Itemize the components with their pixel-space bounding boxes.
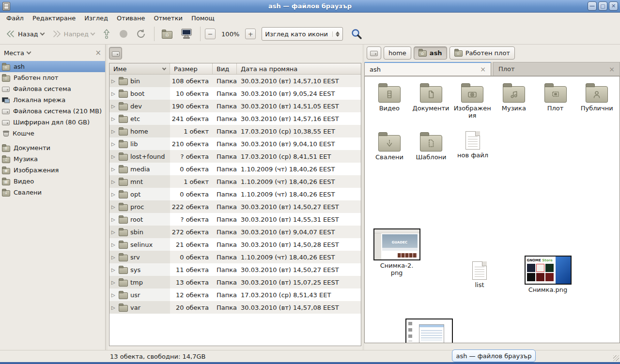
menu-help[interactable]: Помощ xyxy=(187,14,219,23)
column-header-type[interactable]: Вид xyxy=(213,63,237,74)
expander-icon[interactable]: ▷ xyxy=(111,242,116,247)
table-row[interactable]: ▷ lib 210 обекта Папка 30.03.2010 (вт) 9… xyxy=(109,137,361,150)
expander-icon[interactable]: ▷ xyxy=(111,292,116,298)
folder-video[interactable]: Видео xyxy=(369,82,410,120)
sidebar-item-music[interactable]: ♫ Музика xyxy=(0,153,105,165)
expander-icon[interactable]: ▷ xyxy=(111,179,116,184)
expander-icon[interactable]: ▷ xyxy=(111,91,116,96)
table-row[interactable]: ▷ mnt 1 обект Папка 1.10.2009 (чт) 18,40… xyxy=(109,175,361,188)
sidebar-item-pictures[interactable]: ◉ Изображения xyxy=(0,165,105,176)
expander-icon[interactable]: ▷ xyxy=(111,204,116,210)
resize-grip[interactable] xyxy=(613,355,619,361)
folder-public[interactable]: Публични xyxy=(576,82,618,120)
menu-edit[interactable]: Редактиране xyxy=(28,14,80,23)
sidebar-item-documents[interactable]: 🗎 Документи xyxy=(0,142,105,153)
folder-desktop[interactable]: Плот xyxy=(535,82,576,120)
expander-icon[interactable]: ▷ xyxy=(111,267,116,273)
tab-close-icon[interactable]: × xyxy=(480,65,486,73)
folder-documents[interactable]: Документи xyxy=(410,82,452,120)
zoom-out-button[interactable]: − xyxy=(205,29,216,39)
file-list[interactable]: list xyxy=(465,261,494,289)
table-row[interactable]: ▷ media 0 обекта Папка 1.10.2009 (чт) 18… xyxy=(109,163,361,175)
menu-go[interactable]: Отиване xyxy=(112,14,149,23)
view-mode-select[interactable]: Изглед като икони xyxy=(262,27,343,41)
expander-icon[interactable]: ▷ xyxy=(111,217,116,222)
sidebar-item-video[interactable]: ▦ Видео xyxy=(0,176,105,187)
up-button[interactable] xyxy=(99,27,114,41)
back-button[interactable]: Назад xyxy=(3,28,47,40)
expander-icon[interactable]: ▷ xyxy=(111,255,116,260)
sidebar-chevron-icon[interactable] xyxy=(26,50,31,55)
sidebar-item-filesystem-210mb[interactable]: Файлова система (210 MB) xyxy=(0,106,105,117)
table-row[interactable]: ▷ bin 108 обекта Папка 30.03.2010 (вт) 1… xyxy=(109,75,361,87)
sidebar-title[interactable]: Места xyxy=(4,49,24,57)
column-header-size[interactable]: Размер xyxy=(170,63,213,74)
file-snimka-2[interactable]: GUADEC Снимка-2.png xyxy=(372,228,421,277)
table-row[interactable]: ▷ boot 10 обекта Папка 30.03.2010 (вт) 9… xyxy=(109,87,361,100)
table-row[interactable]: ▷ etc 241 обекта Папка 30.03.2010 (вт) 1… xyxy=(109,112,361,125)
column-header-date[interactable]: Дата на промяна xyxy=(237,63,361,74)
computer-button[interactable] xyxy=(177,26,196,42)
folder-pictures[interactable]: Изображения xyxy=(451,82,493,120)
zoom-in-button[interactable]: + xyxy=(245,29,256,39)
maximize-button[interactable]: ▢ xyxy=(598,1,607,11)
file-snimka[interactable]: GNOME Store Снимка.png xyxy=(523,256,573,294)
home-button[interactable]: ⌂ xyxy=(159,28,175,41)
table-row[interactable]: ▷ sbin 272 обекта Папка 30.03.2010 (вт) … xyxy=(109,226,361,238)
table-row[interactable]: ▷ proc 222 обекта Папка 30.03.2010 (вт) … xyxy=(109,200,361,213)
expander-icon[interactable]: ▷ xyxy=(111,305,116,310)
search-button[interactable] xyxy=(348,26,365,42)
forward-dropdown-icon[interactable] xyxy=(91,31,95,36)
path-home-button[interactable]: home xyxy=(384,46,411,60)
path-ash-button[interactable]: ⌂ ash xyxy=(414,46,447,60)
stop-button[interactable] xyxy=(116,27,131,41)
sidebar-close-icon[interactable]: × xyxy=(95,48,101,57)
back-dropdown-icon[interactable] xyxy=(40,31,45,36)
table-row[interactable]: ▷ tmp 13 обекта Папка 30.03.2010 (вт) 15… xyxy=(109,276,361,288)
table-row[interactable]: ▷ home 1 обект Папка 17.03.2010 (ср) 10,… xyxy=(109,125,361,137)
sidebar-item-filesystem[interactable]: Файлова система xyxy=(0,83,105,94)
menu-file[interactable]: Файл xyxy=(2,14,28,23)
expander-icon[interactable]: ▷ xyxy=(111,192,116,197)
table-row[interactable]: ▷ selinux 21 обекта Папка 30.03.2010 (вт… xyxy=(109,238,361,251)
file-snimka-1[interactable]: Снимка-1.png xyxy=(404,318,454,343)
reload-button[interactable] xyxy=(133,27,150,41)
folder-templates[interactable]: Шаблони xyxy=(410,131,452,161)
expander-icon[interactable]: ▷ xyxy=(111,116,116,121)
table-row[interactable]: ▷ sys 11 обекта Папка 30.03.2010 (вт) 14… xyxy=(109,263,361,276)
sidebar-item-desktop[interactable]: ▫ Работен плот xyxy=(0,72,105,83)
path-desktop-button[interactable]: ▫ Работен плот xyxy=(450,46,515,60)
table-row[interactable]: ▷ var 20 обекта Папка 30.03.2010 (вт) 14… xyxy=(109,301,361,314)
expander-icon[interactable]: ▷ xyxy=(111,229,116,235)
expander-icon[interactable]: ▷ xyxy=(111,280,116,285)
table-row[interactable]: ▷ opt 0 обекта Папка 1.10.2009 (чт) 18,4… xyxy=(109,188,361,200)
file-new-file[interactable]: нов файл xyxy=(452,131,494,161)
expander-icon[interactable]: ▷ xyxy=(111,129,116,134)
folder-downloads[interactable]: Свалени xyxy=(369,131,410,161)
table-row[interactable]: ▷ root ? обекта Папка 30.03.2010 (вт) 14… xyxy=(109,213,361,226)
table-row[interactable]: ▷ lost+found ? обекта Папка 17.03.2010 (… xyxy=(109,150,361,163)
tab-ash[interactable]: ash × xyxy=(364,62,491,76)
close-button[interactable]: ✕ xyxy=(609,1,618,11)
expander-icon[interactable]: ▷ xyxy=(111,78,116,84)
menu-view[interactable]: Изглед xyxy=(80,14,112,23)
tab-close-icon[interactable]: × xyxy=(609,65,615,73)
tab-plot[interactable]: Плот × xyxy=(493,62,620,76)
minimize-button[interactable]: — xyxy=(588,1,597,11)
forward-button[interactable]: Напред xyxy=(49,28,97,40)
sidebar-item-trash[interactable]: Кошче xyxy=(0,128,105,139)
table-row[interactable]: ▷ dev 190 обекта Папка 30.03.2010 (вт) 1… xyxy=(109,100,361,112)
expander-icon[interactable]: ▷ xyxy=(111,154,116,159)
root-path-button[interactable] xyxy=(109,47,122,60)
column-header-name[interactable]: Име xyxy=(109,63,170,74)
table-row[interactable]: ▷ srv 0 обекта Папка 1.10.2009 (чт) 18,4… xyxy=(109,251,361,263)
sidebar-item-encrypted[interactable]: Шифриран дял (80 GB) xyxy=(0,117,105,128)
path-root-button[interactable] xyxy=(367,46,381,60)
folder-music[interactable]: Музика xyxy=(493,82,535,120)
expander-icon[interactable]: ▷ xyxy=(111,141,116,147)
sidebar-item-home[interactable]: ⌂ ash xyxy=(0,61,105,72)
sidebar-item-network[interactable]: Локална мрежа xyxy=(0,94,105,106)
menu-bookmarks[interactable]: Отметки xyxy=(149,14,186,23)
expander-icon[interactable]: ▷ xyxy=(111,104,116,109)
sidebar-item-downloads[interactable]: ↓ Свалени xyxy=(0,187,105,198)
